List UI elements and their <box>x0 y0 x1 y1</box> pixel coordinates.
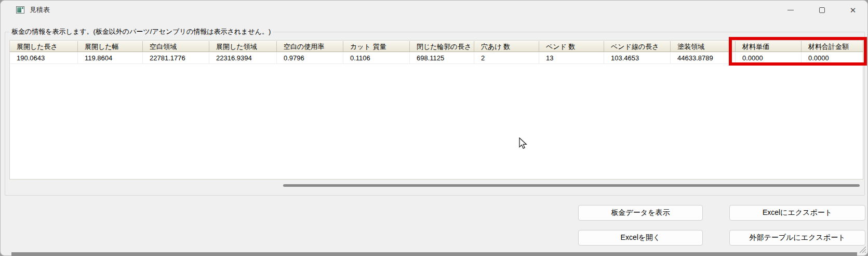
column-header-bend-line-length[interactable]: ベンド線の長さ <box>604 41 671 52</box>
cell-blank-area: 22781.1776 <box>143 52 209 63</box>
cell-bend-count: 13 <box>539 52 604 63</box>
cell-blank-usage-rate: 0.9796 <box>277 52 343 63</box>
close-icon: ✕ <box>850 6 857 14</box>
column-header-cut-mass[interactable]: カット 質量 <box>343 41 410 52</box>
sheet-metal-groupbox: 板金の情報を表示します。(板金以外のパーツ/アセンブリの情報は表示されません。)… <box>5 32 865 196</box>
export-to-external-table-button[interactable]: 外部テーブルにエクスポート <box>729 230 865 246</box>
minimize-button[interactable] <box>779 1 803 19</box>
cell-unfolded-length: 190.0643 <box>10 52 78 63</box>
cell-painted-area: 44633.8789 <box>671 52 736 63</box>
column-header-closed-contour-length[interactable]: 閉じた輪郭の長さ <box>410 41 474 52</box>
show-sheet-metal-data-button[interactable]: 板金データを表示 <box>578 205 703 221</box>
horizontal-scrollbar-thumb[interactable] <box>283 184 860 187</box>
cell-closed-contour-length: 698.1125 <box>410 52 474 63</box>
maximize-button[interactable] <box>810 1 834 19</box>
cell-material-total-price: 0.0000 <box>802 52 863 63</box>
screen: 見積表 ✕ 板金の情報を表示します。(板金以外のパーツ/アセンブリの情報は表示さ… <box>0 0 868 256</box>
window-bottom-edge <box>11 252 857 256</box>
table-header-row: 展開した長さ 展開した幅 空白領域 展開した領域 空白の使用率 カット 質量 閉… <box>10 41 863 52</box>
mouse-cursor <box>517 137 529 150</box>
column-header-material-total-price[interactable]: 材料合計金額 <box>802 41 863 52</box>
column-header-painted-area[interactable]: 塗装領域 <box>671 41 736 52</box>
estimate-table: 展開した長さ 展開した幅 空白領域 展開した領域 空白の使用率 カット 質量 閉… <box>9 40 863 180</box>
resize-grip[interactable] <box>858 245 866 253</box>
column-header-unfolded-area[interactable]: 展開した領域 <box>209 41 277 52</box>
column-header-material-unit-price[interactable]: 材料単価 <box>736 41 802 52</box>
export-to-excel-button[interactable]: Excelにエクスポート <box>729 205 865 221</box>
cell-material-unit-price: 0.0000 <box>736 52 802 63</box>
column-header-blank-usage-rate[interactable]: 空白の使用率 <box>277 41 343 52</box>
app-icon <box>16 6 24 14</box>
column-header-unfolded-length[interactable]: 展開した長さ <box>10 41 78 52</box>
dialog-window: 見積表 ✕ 板金の情報を表示します。(板金以外のパーツ/アセンブリの情報は表示さ… <box>0 0 868 256</box>
cell-unfolded-width: 119.8604 <box>78 52 143 63</box>
window-title: 見積表 <box>30 5 50 15</box>
maximize-icon <box>819 7 825 13</box>
minimize-icon <box>787 10 794 10</box>
column-header-bend-count[interactable]: ベンド 数 <box>539 41 604 52</box>
horizontal-scrollbar[interactable] <box>9 180 863 195</box>
open-excel-button[interactable]: Excelを開く <box>578 230 703 246</box>
cell-unfolded-area: 22316.9394 <box>209 52 277 63</box>
titlebar[interactable]: 見積表 ✕ <box>1 1 867 19</box>
column-header-unfolded-width[interactable]: 展開した幅 <box>78 41 143 52</box>
cell-cut-mass: 0.1106 <box>343 52 410 63</box>
app-icon-tick <box>22 7 23 9</box>
app-icon-fill <box>17 7 21 12</box>
column-header-hole-count[interactable]: 穴あけ 数 <box>474 41 539 52</box>
cell-bend-line-length: 103.4653 <box>604 52 671 63</box>
column-header-blank-area[interactable]: 空白領域 <box>143 41 209 52</box>
table-row[interactable]: 190.0643 119.8604 22781.1776 22316.9394 … <box>10 52 863 64</box>
groupbox-label: 板金の情報を表示します。(板金以外のパーツ/アセンブリの情報は表示されません。) <box>9 27 273 36</box>
close-button[interactable]: ✕ <box>841 1 865 19</box>
cell-hole-count: 2 <box>474 52 539 63</box>
